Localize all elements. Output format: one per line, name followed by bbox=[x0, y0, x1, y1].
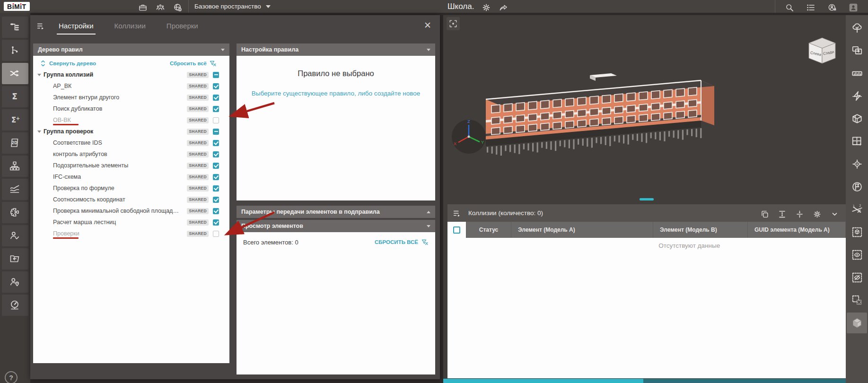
tool-branch-button[interactable] bbox=[2, 40, 28, 61]
rule-tree-header[interactable]: Дерево правил bbox=[33, 44, 229, 56]
view-tool-tree-nature-button[interactable] bbox=[847, 17, 867, 38]
navigation-cube[interactable]: Слева Сзади bbox=[803, 34, 841, 66]
tree-row[interactable]: Элемент внтури другогоSHARED bbox=[33, 92, 229, 103]
view-tool-target-button[interactable] bbox=[847, 154, 867, 174]
tree-row[interactable]: IFC-схемаSHARED bbox=[33, 171, 229, 183]
elements-view-header[interactable]: Просмотр элементов bbox=[237, 220, 435, 232]
tree-row-checkbox[interactable] bbox=[213, 231, 219, 237]
tool-doc-2d-button[interactable]: 2D bbox=[2, 132, 28, 154]
tab-проверки[interactable]: Проверки bbox=[165, 17, 200, 34]
rule-settings-header[interactable]: Настройка правила bbox=[237, 44, 435, 56]
view-tool-clear-dash-button[interactable] bbox=[847, 290, 867, 311]
tree-row[interactable]: Подозрительные элементыSHARED bbox=[33, 160, 229, 171]
search-icon[interactable] bbox=[785, 2, 794, 11]
tree-row[interactable]: Группа проверокSHARED bbox=[33, 126, 229, 137]
panel-menu-icon[interactable] bbox=[36, 21, 46, 31]
column-header[interactable]: Элемент (Модель B) bbox=[653, 222, 748, 238]
tree-row-checkbox[interactable] bbox=[213, 219, 219, 226]
tree-expand-icon[interactable] bbox=[37, 131, 41, 133]
help-button[interactable]: ? bbox=[5, 371, 18, 383]
list-icon[interactable] bbox=[806, 2, 815, 11]
share-icon[interactable] bbox=[499, 2, 508, 11]
column-header[interactable]: GUID элемента (Модель A) bbox=[748, 222, 846, 238]
tool-trend-button[interactable] bbox=[2, 179, 28, 200]
view-tool-floor-plan-button[interactable] bbox=[847, 131, 867, 152]
tree-row-checkbox[interactable] bbox=[213, 140, 219, 146]
tool-sigma-plus-button[interactable]: Σ+ bbox=[2, 109, 28, 131]
fit-view-icon[interactable] bbox=[447, 17, 460, 30]
tree-row[interactable]: ПроверкиSHARED bbox=[33, 228, 229, 239]
tree-row-checkbox[interactable] bbox=[213, 197, 219, 203]
sync-user-icon[interactable] bbox=[827, 2, 837, 11]
column-header[interactable]: Элемент (Модель A) bbox=[511, 222, 653, 238]
view-tool-solid-cube-button[interactable] bbox=[847, 313, 867, 333]
tool-model-structure-button[interactable] bbox=[2, 17, 28, 38]
tree-row[interactable]: Группа коллизийSHARED bbox=[33, 69, 229, 80]
view-tool-axes-12-button[interactable]: 12 bbox=[847, 199, 867, 220]
account-globe-icon[interactable] bbox=[173, 2, 183, 11]
workspace-selector[interactable]: Базовое пространство bbox=[188, 0, 302, 13]
tool-person-check-button[interactable] bbox=[2, 225, 28, 246]
tree-row-checkbox[interactable] bbox=[213, 151, 219, 157]
tree-expand-icon[interactable] bbox=[37, 74, 41, 76]
collapse-tree-link[interactable]: Свернуть дерево bbox=[49, 61, 96, 66]
tree-row[interactable]: Поиск дубликатовSHARED bbox=[33, 103, 229, 114]
view-tool-section-box-button[interactable] bbox=[847, 108, 867, 129]
tool-gauge-button[interactable] bbox=[2, 295, 28, 316]
tree-row-checkbox[interactable] bbox=[213, 95, 219, 101]
column-header[interactable]: Статус bbox=[466, 222, 511, 238]
view-tool-flag-circle-button[interactable] bbox=[847, 176, 867, 197]
tree-row[interactable]: Проверка минимальной свободной площади с… bbox=[33, 205, 229, 217]
tree-row[interactable]: Расчет марша лестницSHARED bbox=[33, 217, 229, 228]
app-logo[interactable]: BıMıT bbox=[4, 2, 30, 11]
tree-row-checkbox[interactable] bbox=[213, 185, 219, 192]
filter-off-icon[interactable] bbox=[421, 238, 429, 246]
gear-icon[interactable] bbox=[813, 209, 822, 218]
tab-настройки[interactable]: Настройки bbox=[57, 17, 96, 35]
tree-row-checkbox[interactable] bbox=[213, 129, 219, 135]
gear-icon[interactable] bbox=[482, 2, 491, 11]
tool-sigma-button[interactable]: Σ bbox=[2, 86, 28, 107]
collapse-rows-icon[interactable] bbox=[795, 209, 804, 218]
fit-height-icon[interactable] bbox=[778, 209, 787, 218]
tool-org-chart-button[interactable] bbox=[2, 156, 28, 177]
view-tool-eye-dash-button[interactable] bbox=[847, 244, 867, 265]
tree-row-checkbox[interactable] bbox=[213, 117, 219, 123]
collapse-tree-icon[interactable] bbox=[39, 60, 47, 67]
tree-row[interactable]: Соответствие IDSSHARED bbox=[33, 137, 229, 148]
chevron-down-icon[interactable] bbox=[830, 209, 839, 218]
tree-row-checkbox[interactable] bbox=[213, 163, 219, 169]
view-tool-ruler-button[interactable] bbox=[847, 63, 867, 84]
profile-icon[interactable] bbox=[849, 2, 858, 11]
collisions-drag-handle[interactable] bbox=[640, 198, 654, 200]
tab-коллизии[interactable]: Коллизии bbox=[113, 17, 148, 34]
select-all-checkbox[interactable] bbox=[453, 226, 460, 234]
tool-person-pin-button[interactable] bbox=[2, 271, 28, 293]
copy-icon[interactable] bbox=[760, 209, 769, 218]
tree-row-checkbox[interactable] bbox=[213, 72, 219, 78]
tree-row[interactable]: Соотносимость координатSHARED bbox=[33, 194, 229, 205]
view-tool-section-flash-button[interactable] bbox=[847, 86, 867, 106]
tree-row[interactable]: АР_ВКSHARED bbox=[33, 80, 229, 92]
reset-all-link[interactable]: Сбросить всё bbox=[170, 61, 207, 66]
horizontal-scrollbar[interactable] bbox=[443, 379, 643, 383]
view-tool-iso-dash-button[interactable] bbox=[847, 222, 867, 243]
tool-puzzle-button[interactable] bbox=[2, 202, 28, 223]
view-tool-eye-off-dash-button[interactable] bbox=[847, 267, 867, 288]
reset-all-elements-link[interactable]: СБРОСИТЬ ВСЁ bbox=[375, 239, 418, 245]
close-icon[interactable]: ✕ bbox=[423, 21, 432, 30]
filter-off-icon[interactable] bbox=[209, 60, 217, 67]
tree-row-checkbox[interactable] bbox=[213, 106, 219, 112]
panel-menu-icon[interactable] bbox=[452, 208, 463, 218]
tree-row[interactable]: ОВ-ВКSHARED bbox=[33, 114, 229, 126]
tree-row-checkbox[interactable] bbox=[213, 83, 219, 89]
team-icon[interactable] bbox=[156, 2, 165, 11]
tree-row[interactable]: контроль атрибутовSHARED bbox=[33, 148, 229, 160]
view-tool-select-region-button[interactable] bbox=[847, 40, 867, 61]
tree-row-checkbox[interactable] bbox=[213, 174, 219, 180]
model-viewport[interactable]: Слева Сзади Z Y X bbox=[443, 15, 846, 383]
tree-row-checkbox[interactable] bbox=[213, 208, 219, 214]
transfer-params-header[interactable]: Параметры передачи элементов в подправил… bbox=[237, 206, 435, 218]
tool-clash-button[interactable] bbox=[2, 63, 28, 84]
tool-folder-arrow-button[interactable] bbox=[2, 248, 28, 270]
